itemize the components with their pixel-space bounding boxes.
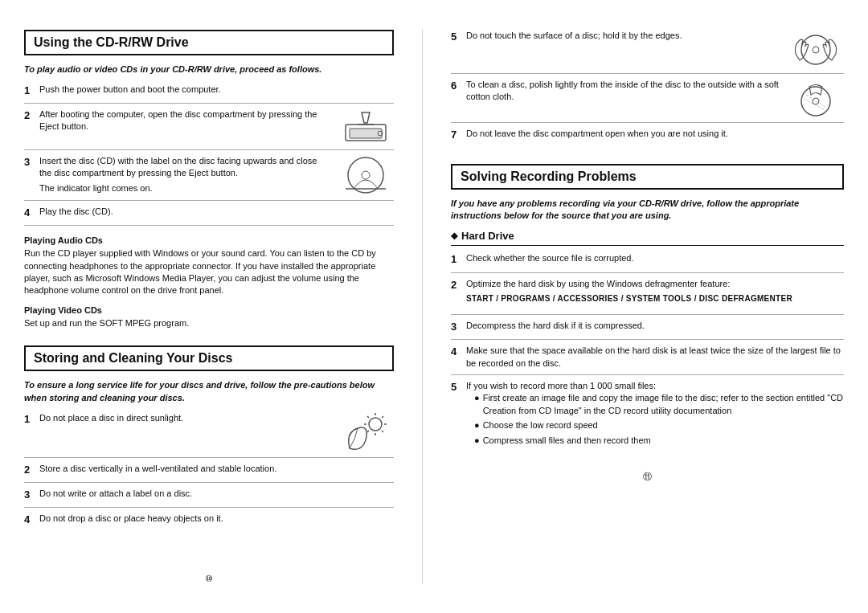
bullet-list: ● First create an image file and copy th… (474, 392, 844, 447)
step-1-num: 1 (24, 84, 35, 98)
bullet-item-1: ● First create an image file and copy th… (474, 392, 844, 417)
step-2-content: After booting the computer, open the dis… (39, 108, 394, 145)
playing-video-cds-section: Playing Video CDs Set up and run the SOF… (24, 305, 394, 329)
storing-step-1-text: Do not place a disc in direct sunlight. (39, 412, 330, 424)
left-page-number: ⑩ (24, 562, 394, 584)
clean-disc-icon (788, 79, 844, 117)
page-num-11: ⑪ (451, 471, 844, 483)
rec-step-5-num: 5 (451, 380, 462, 449)
storing-step-1: 1 Do not place a disc in direct sunlight… (24, 412, 394, 458)
storing-step-4-text: Do not drop a disc or place heavy object… (39, 513, 394, 527)
svg-line-14 (382, 431, 383, 432)
step-3-num: 3 (24, 155, 35, 195)
defrag-path: START / PROGRAMS / ACCESSORIES / SYSTEM … (466, 293, 844, 304)
section1-title: Using the CD-R/RW Drive (24, 30, 394, 55)
section2-title: Storing and Cleaning Your Discs (24, 345, 394, 371)
storing-step-3: 3 Do not write or attach a label on a di… (24, 488, 394, 508)
svg-point-6 (362, 171, 370, 179)
step-3: 3 Insert the disc (CD) with the label on… (24, 155, 394, 201)
cont-step-7: 7 Do not leave the disc compartment open… (451, 128, 844, 147)
rec-step-1-text: Check whether the source file is corrupt… (466, 252, 844, 267)
section2-subtitle: To ensure a long service life for your d… (24, 379, 394, 404)
rec-step-2: 2 Optimize the hard disk by using the Wi… (451, 278, 844, 315)
step-3-content: Insert the disc (CD) with the label on t… (39, 155, 394, 195)
rec-step-4: 4 Make sure that the space available on … (451, 345, 844, 375)
svg-point-8 (369, 418, 382, 431)
rec-step-2-num: 2 (451, 278, 462, 309)
cont-step-6-content: To clean a disc, polish lightly from the… (466, 79, 844, 117)
storing-step-3-text: Do not write or attach a label on a disc… (39, 488, 394, 502)
svg-line-13 (367, 416, 369, 418)
cont-step-6-num: 6 (451, 79, 462, 117)
cont-step-5-content: Do not touch the surface of a disc; hold… (466, 30, 844, 68)
storing-step-1-content: Do not place a disc in direct sunlight. (39, 412, 394, 452)
storing-step-2-text: Store a disc vertically in a well-ventil… (39, 463, 394, 477)
svg-point-17 (801, 35, 830, 64)
solving-subtitle: If you have any problems recording via y… (451, 198, 844, 223)
solving-title: Solving Recording Problems (451, 164, 844, 190)
svg-line-16 (367, 431, 369, 432)
step-3-text: Insert the disc (CD) with the label on t… (39, 155, 330, 194)
rec-step-4-text: Make sure that the space available on th… (466, 345, 844, 370)
step-2-num: 2 (24, 108, 35, 145)
rec-step-5-text: If you wish to record more than 1 000 sm… (466, 381, 656, 390)
rec-step-5: 5 If you wish to record more than 1 000 … (451, 380, 844, 454)
playing-audio-text: Run the CD player supplied with Windows … (24, 247, 394, 297)
playing-video-heading: Playing Video CDs (24, 305, 394, 315)
playing-audio-cds-section: Playing Audio CDs Run the CD player supp… (24, 235, 394, 297)
step-4-text: Play the disc (CD). (39, 206, 394, 220)
cont-step-7-text: Do not leave the disc compartment open w… (466, 128, 844, 142)
cont-step-6-text: To clean a disc, polish lightly from the… (466, 79, 780, 104)
svg-marker-2 (362, 112, 370, 123)
rec-step-1-num: 1 (451, 252, 462, 267)
bullet-dot-1: ● (474, 392, 480, 417)
cont-step-5-text: Do not touch the surface of a disc; hold… (466, 30, 780, 42)
storing-step-4: 4 Do not drop a disc or place heavy obje… (24, 513, 394, 532)
rec-step-1: 1 Check whether the source file is corru… (451, 252, 844, 272)
svg-point-5 (348, 157, 383, 193)
step-1-text: Push the power button and boot the compu… (39, 84, 394, 98)
sun-leaf-icon (338, 412, 394, 452)
svg-point-18 (813, 47, 819, 53)
left-column: Using the CD-R/RW Drive To play audio or… (24, 30, 394, 584)
rec-step-4-num: 4 (451, 345, 462, 370)
hand-disc-icon (788, 30, 844, 68)
section-using-cdrw: Using the CD-R/RW Drive To play audio or… (24, 30, 394, 330)
step-1: 1 Push the power button and boot the com… (24, 84, 394, 104)
rec-step-3-text: Decompress the hard disk if it is compre… (466, 320, 844, 334)
cont-step-6: 6 To clean a disc, polish lightly from t… (451, 79, 844, 123)
hard-drive-label: Hard Drive (461, 230, 514, 242)
rec-step-2-text: Optimize the hard disk by using the Wind… (466, 279, 730, 288)
cont-step-7-num: 7 (451, 128, 462, 142)
rec-step-3: 3 Decompress the hard disk if it is comp… (451, 320, 844, 340)
disc-insert-icon (338, 155, 394, 195)
page-num-10: ⑩ (24, 574, 394, 584)
storing-step-1-num: 1 (24, 412, 35, 452)
storing-step-3-num: 3 (24, 488, 35, 502)
bullet-dot-3: ● (474, 435, 480, 447)
bullet-text-1: First create an image file and copy the … (483, 392, 844, 417)
cont-step-5-num: 5 (451, 30, 462, 68)
page-container: Using the CD-R/RW Drive To play audio or… (16, 14, 852, 600)
hard-drive-heading: Hard Drive (451, 230, 844, 246)
step-2: 2 After booting the computer, open the d… (24, 108, 394, 150)
column-divider (422, 30, 423, 584)
playing-video-text: Set up and run the SOFT MPEG program. (24, 317, 394, 329)
bullet-item-2: ● Choose the low record speed (474, 419, 844, 431)
section-solving: Solving Recording Problems If you have a… (451, 164, 844, 459)
svg-point-20 (813, 98, 819, 104)
storing-step-4-num: 4 (24, 513, 35, 527)
bullet-text-3: Compress small files and then record the… (483, 435, 651, 447)
cont-step-5: 5 Do not touch the surface of a disc; ho… (451, 30, 844, 74)
rec-step-3-num: 3 (451, 320, 462, 334)
bullet-text-2: Choose the low record speed (483, 419, 598, 431)
section-storing: Storing and Cleaning Your Discs To ensur… (24, 345, 394, 537)
step-2-text: After booting the computer, open the dis… (39, 108, 330, 133)
right-column: 5 Do not touch the surface of a disc; ho… (451, 30, 844, 584)
storing-step-2: 2 Store a disc vertically in a well-vent… (24, 463, 394, 483)
continued-steps: 5 Do not touch the surface of a disc; ho… (451, 30, 844, 152)
section1-subtitle: To play audio or video CDs in your CD-R/… (24, 63, 394, 76)
bullet-item-3: ● Compress small files and then record t… (474, 435, 844, 447)
svg-line-15 (382, 416, 383, 418)
step-4-num: 4 (24, 206, 35, 220)
